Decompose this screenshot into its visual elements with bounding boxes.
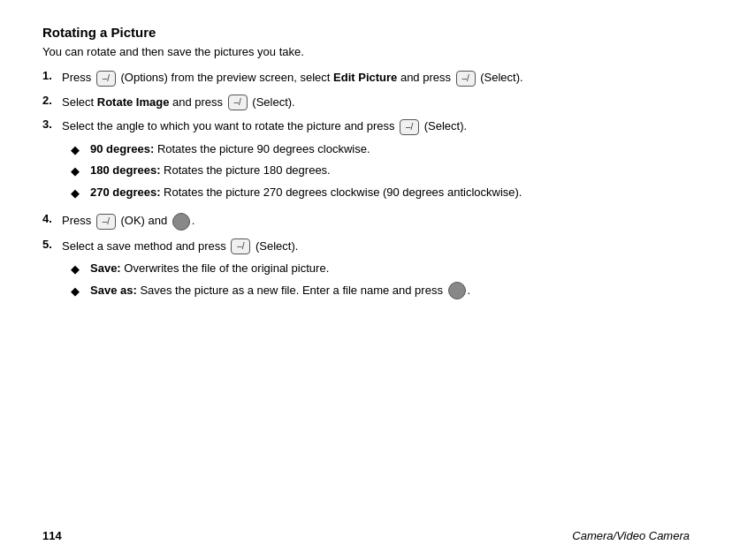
bullet-270-text: 270 degrees: Rotates the picture 270 deg…: [90, 184, 522, 201]
footer: 114 Camera/Video Camera: [0, 529, 732, 542]
diamond-icon-4: ◆: [71, 261, 83, 278]
step-1-number: 1.: [42, 69, 62, 82]
options-button-icon: –/: [96, 71, 116, 87]
step-4-number: 4.: [42, 212, 62, 225]
step-3-bullets: ◆ 90 degrees: Rotates the picture 90 deg…: [71, 140, 690, 202]
select-button-icon: –/: [456, 71, 476, 87]
step-5: 5. Select a save method and press –/ (Se…: [42, 238, 690, 304]
diamond-icon-3: ◆: [71, 185, 83, 202]
bullet-90-text: 90 degrees: Rotates the picture 90 degre…: [90, 140, 370, 158]
bullet-save-text: Save: Overwrites the file of the origina…: [90, 260, 329, 277]
center-button-icon-2: [448, 282, 466, 299]
intro-text: You can rotate and then save the picture…: [42, 45, 690, 58]
step-5-content: Select a save method and press –/ (Selec…: [62, 238, 690, 304]
diamond-icon-1: ◆: [71, 141, 83, 159]
page-title: Rotating a Picture: [42, 25, 690, 40]
step-3-number: 3.: [42, 117, 62, 131]
bullet-180-text: 180 degrees: Rotates the picture 180 deg…: [90, 162, 331, 179]
diamond-icon-5: ◆: [71, 283, 83, 300]
bullet-save-as-text: Save as: Saves the picture as a new file…: [90, 282, 470, 300]
step-3: 3. Select the angle to which you want to…: [42, 117, 690, 205]
select-button-icon-2: –/: [228, 95, 248, 110]
bullet-270-degrees: ◆ 270 degrees: Rotates the picture 270 d…: [71, 184, 690, 202]
bullet-save-as: ◆ Save as: Saves the picture as a new fi…: [71, 282, 690, 300]
diamond-icon-2: ◆: [71, 163, 83, 180]
step-1: 1. Press –/ (Options) from the preview s…: [42, 69, 690, 87]
bullet-180-degrees: ◆ 180 degrees: Rotates the picture 180 d…: [71, 162, 690, 180]
step-2-number: 2.: [42, 94, 62, 107]
step-4-content: Press –/ (OK) and .: [62, 212, 690, 231]
step-2-content: Select Rotate Image and press –/ (Select…: [62, 94, 690, 111]
step-4: 4. Press –/ (OK) and .: [42, 212, 690, 231]
select-button-icon-3: –/: [400, 119, 419, 135]
step-1-content: Press –/ (Options) from the preview scre…: [62, 69, 690, 87]
bullet-save: ◆ Save: Overwrites the file of the origi…: [71, 260, 690, 278]
center-button-icon: [172, 213, 190, 231]
footer-page-number: 114: [42, 529, 62, 542]
ok-button-icon: –/: [96, 214, 116, 230]
bullet-90-degrees: ◆ 90 degrees: Rotates the picture 90 deg…: [71, 140, 690, 159]
step-2: 2. Select Rotate Image and press –/ (Sel…: [42, 94, 690, 111]
step-3-content: Select the angle to which you want to ro…: [62, 117, 690, 205]
select-button-icon-4: –/: [231, 238, 250, 254]
step-5-number: 5.: [42, 238, 62, 251]
footer-section-title: Camera/Video Camera: [572, 529, 690, 542]
step-5-bullets: ◆ Save: Overwrites the file of the origi…: [71, 260, 690, 299]
